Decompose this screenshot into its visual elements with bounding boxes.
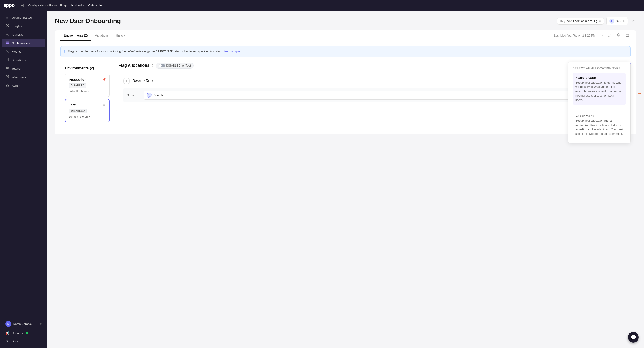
pin-icon: 📌 — [102, 78, 106, 81]
sidebar-item-warehouse[interactable]: Warehouse — [2, 73, 45, 81]
breadcrumb: Configuration › Feature Flags › ⚑ New Us… — [28, 4, 104, 7]
chat-button[interactable]: 💬 — [628, 332, 639, 343]
team-avatar — [609, 19, 614, 24]
arrow-right-indicator: → — [637, 90, 642, 96]
eppo-logo: eppo — [4, 3, 14, 8]
sidebar-item-getting-started[interactable]: ≡ Getting Started — [2, 14, 45, 22]
sidebar-item-analysis[interactable]: Analysis — [2, 31, 45, 39]
tab-environments[interactable]: Environments (2) — [60, 31, 92, 41]
teams-icon — [5, 67, 10, 71]
test-star-button[interactable]: ☆ — [103, 103, 106, 107]
production-rule-tag: Default rule only — [69, 90, 90, 93]
serve-dropdown[interactable]: Disabled ▾ — [144, 91, 622, 100]
configuration-icon — [5, 41, 10, 45]
svg-rect-19 — [8, 85, 9, 87]
environment-card-production[interactable]: Production 📌 DISABLED Default rule only — [65, 74, 110, 97]
rule-number: 1 — [123, 78, 130, 84]
svg-point-0 — [6, 24, 9, 27]
default-rule-card: 1 Default Rule Serve Disab — [118, 73, 630, 107]
company-selector[interactable]: D Demo Compa... ▾ — [2, 319, 45, 328]
breadcrumb-current: ⚑ New User Onboarding — [71, 4, 104, 7]
environment-card-test[interactable]: Test ☆ DISABLED Default rule only ← — [65, 99, 110, 122]
environments-title: Environments (2) — [65, 66, 110, 70]
experiment-option[interactable]: Experiment Set up your allocation with a… — [573, 111, 626, 139]
sidebar-item-definitions[interactable]: Definitions — [2, 56, 45, 64]
svg-rect-16 — [6, 84, 7, 85]
breadcrumb-feature-flags[interactable]: Feature Flags — [49, 4, 67, 7]
disabled-badge: DISABLED for Test — [156, 63, 194, 69]
tab-history[interactable]: History — [112, 31, 129, 41]
chevron-down-icon: ▾ — [40, 322, 42, 326]
svg-point-12 — [6, 67, 8, 68]
svg-point-13 — [8, 67, 8, 68]
key-badge: Key new-user-onboarding ⧉ — [557, 18, 604, 25]
sidebar-item-admin[interactable]: Admin — [2, 82, 45, 90]
edit-button[interactable] — [607, 32, 613, 39]
see-example-link[interactable]: See Example — [223, 50, 240, 53]
sidebar-item-docs[interactable]: ? Docs — [2, 337, 45, 345]
collapse-sidebar-button[interactable]: ⊣ — [19, 3, 26, 9]
svg-rect-5 — [6, 43, 9, 44]
flag-icon: ⚑ — [71, 4, 74, 7]
feature-gate-option[interactable]: Feature Gate Set up your allocation to d… — [573, 73, 626, 105]
serve-row: Serve Disabled ▾ — [123, 88, 626, 102]
info-icon: ℹ — [64, 49, 66, 54]
warehouse-icon — [5, 75, 10, 79]
svg-rect-21 — [626, 34, 629, 35]
sidebar-item-configuration[interactable]: Configuration — [2, 39, 45, 47]
environments-panel: Environments (2) Production 📌 D — [60, 62, 114, 129]
company-avatar: D — [5, 321, 11, 327]
svg-point-1 — [6, 33, 8, 35]
team-badge: Growth — [606, 17, 628, 25]
allocations-header: Flag Allocations ? DISABLED for Test — [118, 62, 630, 69]
svg-point-20 — [611, 20, 612, 21]
code-view-button[interactable] — [598, 32, 604, 39]
tab-variations[interactable]: Variations — [92, 31, 112, 41]
toggle-icon — [158, 64, 165, 67]
svg-rect-4 — [6, 43, 9, 43]
updates-icon: 📢 — [5, 331, 10, 335]
docs-icon: ? — [5, 339, 10, 343]
definitions-icon — [5, 58, 10, 62]
archive-button[interactable] — [624, 32, 630, 39]
allocation-type-panel: Select an Allocation type Feature Gate S… — [568, 62, 630, 143]
svg-point-14 — [6, 75, 8, 76]
sidebar-item-insights[interactable]: Insights — [2, 22, 45, 30]
notifications-button[interactable] — [616, 32, 622, 39]
test-rule-tag: Default rule only — [69, 115, 90, 118]
getting-started-icon: ≡ — [5, 16, 10, 20]
svg-rect-3 — [6, 42, 9, 42]
svg-rect-18 — [6, 85, 7, 87]
production-disabled-tag: DISABLED — [69, 83, 86, 88]
admin-icon — [5, 84, 10, 88]
copy-key-button[interactable]: ⧉ — [598, 19, 601, 23]
serve-icon — [147, 93, 152, 98]
star-button[interactable]: ☆ — [630, 18, 636, 24]
key-value: new-user-onboarding — [567, 20, 597, 23]
svg-rect-17 — [8, 84, 9, 85]
svg-point-15 — [6, 77, 8, 78]
page-title: New User Onboarding — [55, 18, 121, 25]
breadcrumb-configuration[interactable]: Configuration — [28, 4, 46, 7]
tabs-bar: Environments (2) Variations History Last… — [55, 31, 636, 41]
sidebar-item-teams[interactable]: Teams — [2, 65, 45, 73]
sidebar-item-updates[interactable]: 📢 Updates — [2, 329, 45, 337]
metrics-icon — [5, 50, 10, 54]
svg-point-23 — [148, 94, 150, 96]
sidebar-item-metrics[interactable]: Metrics — [2, 48, 45, 56]
insights-icon — [5, 24, 10, 28]
test-disabled-tag: DISABLED — [69, 109, 86, 113]
analysis-icon — [5, 33, 10, 37]
svg-line-2 — [8, 35, 8, 35]
updates-dot — [26, 332, 28, 334]
info-banner: ℹ Flag is disabled, all allocations incl… — [60, 46, 630, 57]
arrow-left-indicator: ← — [116, 108, 120, 113]
chat-icon: 💬 — [630, 334, 636, 340]
last-modified: Last Modified: Today at 3:20 PM — [554, 34, 596, 37]
help-icon[interactable]: ? — [152, 64, 154, 67]
